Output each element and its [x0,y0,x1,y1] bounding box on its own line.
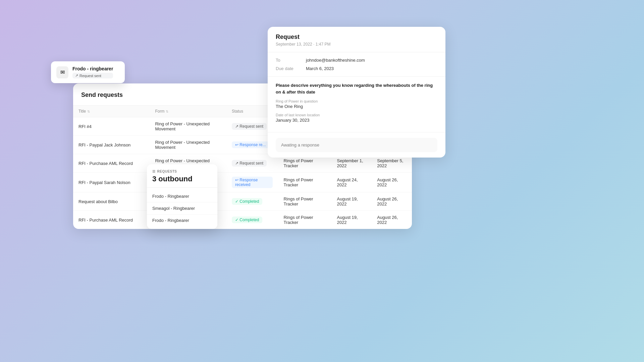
detail-panel: Request September 13, 2022 · 1:47 PM To … [268,27,445,158]
list-item[interactable]: Frodo - Ringbearer [147,215,217,226]
cell-form: Ring of Power - Unexpected Movement [150,136,226,154]
cell-sent: August 19, 2022 [332,211,372,229]
table-row[interactable]: RFI - Paypal Sarah Nolson Ring of Power … [73,173,412,192]
cell-title: RFI #4 [73,117,150,136]
col-form-header: Form ⇅ [150,106,226,117]
awaiting-box: Awating a response [276,138,437,152]
status-badge: ↗ Request sent [232,123,267,130]
cell-due: August 26, 2022 [372,173,412,192]
panel-title: Send requests [81,92,123,99]
cell-sent: August 19, 2022 [332,192,372,211]
status-badge: ↗ Request sent [232,160,267,167]
cell-due: August 26, 2022 [372,192,412,211]
popup-list: Frodo - Ringbearer Smeagol - Ringbearer … [147,188,217,229]
cell-title: RFI - Paypal Sarah Nolson [73,173,150,192]
popup-count: 3 outbound [152,175,212,183]
tooltip-card: ✉ Frodo - ringbearer ↗ Request sent [51,61,125,83]
cell-title: RFI - Paypal Jack Johnson [73,136,150,154]
table-row[interactable]: RFI - Purchase AML Record Ring of Power … [73,211,412,229]
detail-title: Request [276,34,437,41]
cell-tracker: Rings of Power Tracker [278,192,331,211]
status-badge: ✓ Completed [232,217,262,223]
arrow-icon: ↗ [75,73,78,78]
mail-icon: ✉ [60,69,65,75]
cell-status: ✓ Completed [226,211,278,229]
sort-arrow-form: ⇅ [166,110,168,113]
field1-value: The One Ring [276,104,437,109]
field1-label: Ring of Power in question [276,99,437,103]
cell-form: Ring of Power - Unexpected Movement [150,117,226,136]
list-item[interactable]: Smeagol - Ringbearer [147,202,217,215]
cell-status: ✓ Completed [226,192,278,211]
tooltip-content: Frodo - ringbearer ↗ Request sent [72,66,113,78]
cell-due: August 26, 2022 [372,211,412,229]
detail-meta: To johndoe@bankoftheshine.com Due date M… [268,52,445,77]
table-row[interactable]: Request about Bilbo Ring of Power - Unex… [73,192,412,211]
sort-arrow-title: ⇅ [87,110,90,113]
popup-label: ☰ REQUESTS [152,170,212,173]
status-badge: ✓ Completed [232,198,262,205]
cell-sent: August 24, 2022 [332,173,372,192]
cell-title: Request about Bilbo [73,192,150,211]
requests-icon: ☰ [152,170,156,173]
popup-panel: ☰ REQUESTS 3 outbound Frodo - Ringbearer… [147,164,217,229]
detail-date: September 13, 2022 · 1:47 PM [276,42,437,47]
cell-title: RFI - Purchase AML Record [73,154,150,173]
popup-header: ☰ REQUESTS 3 outbound [147,164,217,188]
due-value: March 6, 2023 [306,66,437,71]
tooltip-icon: ✉ [56,66,68,78]
cell-tracker: Rings of Power Tracker [278,211,331,229]
list-item[interactable]: Frodo - Ringbearer [147,190,217,202]
field-group-ring: Ring of Power in question The One Ring [276,99,437,109]
tooltip-badge: ↗ Request sent [72,73,113,78]
field2-value: January 30, 2023 [276,118,437,123]
tooltip-name: Frodo - ringbearer [72,66,113,71]
cell-title: RFI - Purchase AML Record [73,211,150,229]
detail-question: Please descrive everything you know rega… [268,77,445,132]
cell-tracker: Rings of Power Tracker [278,173,331,192]
question-text: Please descrive everything you know rega… [276,82,437,95]
col-title-header: Title ⇅ [73,106,150,117]
field2-label: Date of last known location [276,113,437,117]
detail-header: Request September 13, 2022 · 1:47 PM [268,27,445,52]
field-group-date: Date of last known location January 30, … [276,113,437,123]
to-value: johndoe@bankoftheshine.com [306,58,437,63]
cell-status: ↩ Response received [226,173,278,192]
due-label: Due date [276,66,303,71]
to-label: To [276,58,303,63]
status-badge: ↩ Response re... [232,141,269,148]
status-badge: ↩ Response received [232,177,273,188]
